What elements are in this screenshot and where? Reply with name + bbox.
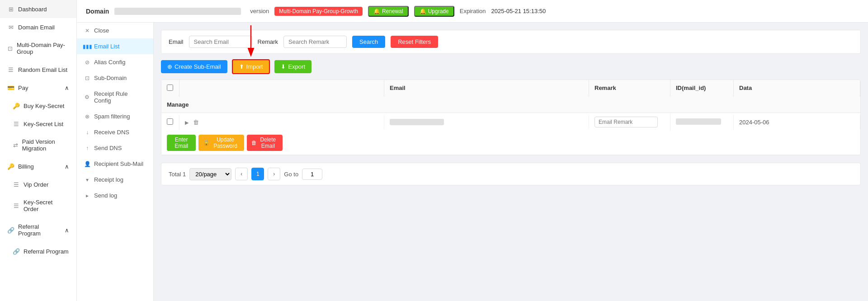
- receive-dns-icon: ↓: [84, 129, 90, 136]
- page-size-select[interactable]: 20/page 50/page 100/page: [189, 168, 231, 180]
- billing-icon: 🔑: [7, 163, 14, 170]
- page-1-button[interactable]: 1: [251, 168, 264, 180]
- table-row: ▶ 🗑 2024-05-06: [161, 113, 860, 155]
- sub-sidebar-item-send-dns[interactable]: ↑ Send DNS: [77, 140, 153, 156]
- td-date: 2024-05-06: [734, 115, 860, 129]
- sidebar-item-dashboard[interactable]: ⊞ Dashboard: [0, 0, 76, 18]
- order-icon: ☰: [13, 202, 20, 209]
- sidebar: ⊞ Dashboard ✉ Domain Email ⊡ Multi-Domai…: [0, 0, 77, 301]
- td-expand[interactable]: ▶ 🗑: [179, 115, 384, 129]
- chevron-up-icon-referral: ∧: [65, 227, 69, 234]
- action-bar: ⊕ Create Sub-Email ⬆ Import: [161, 59, 861, 74]
- th-expand: [179, 80, 384, 97]
- migrate-icon: ⇄: [13, 141, 19, 149]
- sidebar-item-pay[interactable]: 💳 Pay ∧: [0, 79, 76, 97]
- sidebar-item-vip[interactable]: ☰ Vip Order: [0, 175, 76, 193]
- spam-icon: ⊗: [84, 113, 90, 120]
- create-sub-email-button[interactable]: ⊕ Create Sub-Email: [161, 60, 227, 73]
- multi-icon: ⊡: [7, 45, 13, 52]
- sub-sidebar-item-receipt-log[interactable]: ▾ Receipt log: [77, 172, 153, 188]
- reset-filters-button[interactable]: Reset Filters: [391, 36, 438, 48]
- sub-sidebar-item-alias[interactable]: ⊘ Alias Config: [77, 54, 153, 70]
- td-email: [384, 115, 589, 129]
- sidebar-item-billing[interactable]: 🔑 Billing ∧: [0, 157, 76, 175]
- td-manage: Enter Email 🔒 Update Password 🗑 Delete E…: [161, 131, 288, 155]
- bar-chart-icon: ▮▮▮: [84, 43, 90, 50]
- email-icon: ✉: [7, 24, 14, 31]
- table-header: Email Remark ID(mail_id) Data Manage: [161, 80, 860, 113]
- row-checkbox[interactable]: [167, 118, 173, 125]
- sub-sidebar-item-close[interactable]: ✕ Close: [77, 23, 153, 38]
- sidebar-item-referral2[interactable]: 🔗 Referral Program: [0, 242, 76, 260]
- subdomain-icon: ⊡: [84, 75, 90, 81]
- sidebar-item-referral[interactable]: 🔗 Referral Program ∧: [0, 218, 76, 242]
- prev-page-button[interactable]: ‹: [235, 168, 248, 180]
- renewal-button[interactable]: 🔔 Renewal: [368, 6, 409, 17]
- delete-icon[interactable]: 🗑: [193, 119, 199, 126]
- search-button[interactable]: Search: [352, 36, 385, 48]
- sub-sidebar-item-subdomain[interactable]: ⊡ Sub-Domain: [77, 70, 153, 86]
- th-data: Data: [734, 80, 860, 97]
- sub-sidebar-item-send-log[interactable]: ▸ Send log: [77, 188, 153, 203]
- sidebar-item-random-email[interactable]: ☰ Random Email List: [0, 61, 76, 79]
- th-id: ID(mail_id): [670, 80, 734, 97]
- sub-sidebar-item-receive-dns[interactable]: ↓ Receive DNS: [77, 124, 153, 140]
- sidebar-item-key-list[interactable]: ☰ Key-Secret List: [0, 115, 76, 133]
- email-filter-label: Email: [169, 38, 184, 45]
- next-page-button[interactable]: ›: [268, 168, 280, 180]
- expand-icon[interactable]: ▶: [185, 120, 189, 125]
- send-dns-icon: ↑: [84, 145, 90, 151]
- sub-sidebar-item-recipient[interactable]: 👤 Recipient Sub-Mail: [77, 156, 153, 172]
- goto-input[interactable]: [302, 169, 322, 180]
- id-blurred-value: [676, 118, 721, 125]
- data-table: Email Remark ID(mail_id) Data Manage: [161, 80, 861, 155]
- key-icon: 🔑: [13, 102, 20, 109]
- send-log-icon: ▸: [84, 193, 90, 199]
- content-layout: ✕ Close ▮▮▮ Email List ⊘ Alias Config ⊡ …: [77, 23, 868, 301]
- list-icon: ☰: [13, 120, 20, 127]
- td-id: [670, 115, 734, 130]
- remark-search-input[interactable]: [283, 36, 347, 48]
- import-button[interactable]: ⬆ Import: [232, 59, 270, 74]
- pagination: Total 1 20/page 50/page 100/page ‹ 1 › G…: [161, 163, 861, 185]
- sidebar-item-domain-email[interactable]: ✉ Domain Email: [0, 18, 76, 36]
- manage-cell: Enter Email 🔒 Update Password 🗑 Delete E…: [167, 135, 283, 151]
- lock-icon: 🔒: [203, 140, 210, 146]
- badge-multi-domain: Multi-Domain Pay-Group-Growth: [274, 7, 363, 16]
- grid-icon: ⊞: [7, 5, 14, 13]
- vip-icon: ☰: [13, 181, 20, 188]
- select-all-checkbox[interactable]: [167, 85, 173, 91]
- upgrade-button[interactable]: 🔔 Upgrade: [414, 6, 454, 17]
- update-password-button[interactable]: 🔒 Update Password: [198, 135, 244, 151]
- receipt-log-icon: ▾: [84, 177, 90, 183]
- sub-sidebar-item-receipt-rule[interactable]: ⚙ Receipt Rule Config: [77, 86, 153, 108]
- renewal-icon: 🔔: [373, 8, 380, 14]
- export-icon: ⬇: [281, 63, 286, 70]
- version-label: version: [250, 8, 269, 14]
- sidebar-item-multi-domain[interactable]: ⊡ Multi-Domain Pay-Group: [0, 36, 76, 61]
- table-scroll: Email Remark ID(mail_id) Data Manage: [161, 80, 860, 155]
- enter-email-button[interactable]: Enter Email: [167, 135, 196, 151]
- expiration-label: Expiration: [460, 8, 486, 14]
- close-icon: ✕: [84, 28, 90, 34]
- th-remark: Remark: [589, 80, 670, 97]
- filter-bar: Email Remark Search Reset Filters: [161, 30, 861, 54]
- sub-sidebar-item-email-list[interactable]: ▮▮▮ Email List: [77, 38, 153, 54]
- random-icon: ☰: [7, 66, 14, 73]
- export-button[interactable]: ⬇ Export: [274, 60, 311, 73]
- sidebar-item-migration[interactable]: ⇄ Paid Version Migration: [0, 133, 76, 157]
- trash-icon-btn: 🗑: [251, 140, 257, 146]
- alias-icon: ⊘: [84, 59, 90, 66]
- sub-sidebar-item-spam[interactable]: ⊗ Spam filtering: [77, 108, 153, 124]
- sidebar-item-buy-key[interactable]: 🔑 Buy Key-Secret: [0, 97, 76, 115]
- chevron-up-icon: ∧: [65, 85, 69, 91]
- delete-email-button[interactable]: 🗑 Delete Email: [247, 135, 283, 151]
- plus-icon: ⊕: [167, 63, 172, 70]
- remark-input[interactable]: [594, 117, 658, 127]
- recipient-icon: 👤: [84, 161, 90, 167]
- top-header: Domain version Multi-Domain Pay-Group-Gr…: [77, 0, 868, 23]
- email-search-input[interactable]: [189, 36, 252, 48]
- sidebar-item-key-order[interactable]: ☰ Key-Secret Order: [0, 193, 76, 218]
- page-content: Email Remark Search Reset Filters ⊕ Crea…: [154, 23, 868, 301]
- sub-sidebar: ✕ Close ▮▮▮ Email List ⊘ Alias Config ⊡ …: [77, 23, 154, 301]
